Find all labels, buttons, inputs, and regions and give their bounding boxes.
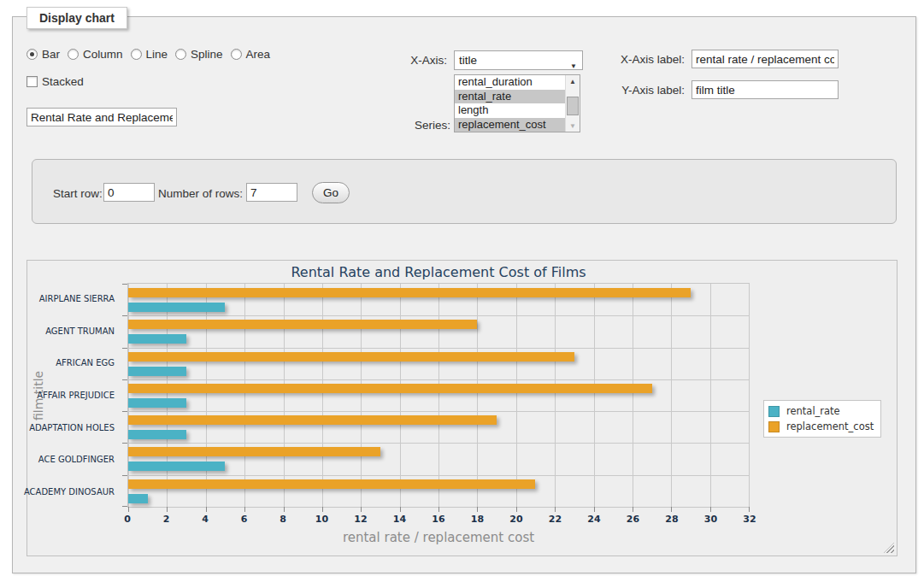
radio-icon[interactable] [175, 49, 186, 60]
x-tick-mark [633, 507, 633, 512]
chart-type-option-spline[interactable]: Spline [175, 48, 223, 61]
scrollbar-thumb[interactable] [567, 97, 579, 115]
y-tick-mark [122, 315, 127, 316]
series-option-length[interactable]: length [455, 103, 565, 118]
chart-type-option-label: Bar [42, 48, 60, 61]
radio-icon[interactable] [26, 49, 38, 60]
x-tick-labels: 02468101214161820222426283032 [127, 514, 750, 526]
chart-container: Rental Rate and Replacement Cost of Film… [26, 260, 898, 556]
x-tick-label: 24 [587, 514, 600, 525]
radio-icon[interactable] [231, 49, 242, 60]
legend-item: rental_rate [768, 405, 874, 417]
category-label: ACADEMY DINOSAUR [27, 475, 121, 508]
x-tick-mark [438, 507, 439, 512]
series-option-rental_rate[interactable]: rental_rate [455, 90, 565, 104]
x-tick-mark [477, 507, 478, 512]
category-band [128, 284, 749, 315]
category-label: ADAPTATION HOLES [27, 411, 121, 444]
chart-title-input[interactable] [26, 108, 177, 126]
legend-swatch-replacement_cost [768, 421, 780, 432]
x-tick-mark [594, 507, 595, 512]
chart-legend: rental_ratereplacement_cost [763, 400, 881, 438]
bar-rental_rate [128, 430, 186, 439]
y-tick-mark [122, 475, 127, 476]
chevron-down-icon: ▼ [570, 57, 577, 75]
category-label: AIRPLANE SIERRA [27, 283, 121, 315]
x-axis-select[interactable]: title ▼ [454, 50, 583, 70]
bar-rental_rate [128, 461, 225, 471]
stacked-option[interactable]: Stacked [26, 75, 84, 88]
chart-type-option-area[interactable]: Area [231, 48, 271, 61]
vertical-gridline [749, 284, 750, 507]
y-axis-label-label: Y-Axis label: [608, 84, 685, 97]
resize-handle-icon[interactable] [884, 543, 894, 553]
number-of-rows-label: Number of rows: [158, 187, 243, 200]
number-of-rows-input[interactable] [246, 183, 297, 202]
stacked-checkbox[interactable] [26, 76, 38, 87]
category-label: AFRICAN EGG [27, 347, 121, 379]
scrollbar-down-icon[interactable]: ▼ [566, 120, 580, 132]
category-band [128, 379, 749, 411]
series-option-rental_duration[interactable]: rental_duration [455, 75, 565, 90]
chart-type-option-column[interactable]: Column [68, 48, 123, 61]
stacked-label: Stacked [42, 75, 84, 88]
start-row-input[interactable] [103, 183, 155, 202]
chart-type-option-line[interactable]: Line [131, 48, 168, 61]
category-band [128, 443, 749, 474]
scrollbar-up-icon[interactable]: ▲ [566, 75, 580, 87]
bar-rental_rate [128, 367, 186, 376]
bar-replacement_cost [128, 320, 477, 329]
radio-icon[interactable] [68, 49, 79, 60]
bar-rental_rate [128, 334, 186, 344]
legend-label: replacement_cost [786, 420, 874, 432]
series-list-scrollbar[interactable]: ▲ ▼ [565, 75, 580, 132]
x-tick-label: 4 [202, 514, 209, 525]
series-option-replacement_cost[interactable]: replacement_cost [455, 118, 565, 132]
category-band [128, 348, 749, 379]
x-axis-label-label: X-Axis label: [608, 53, 685, 66]
x-tick-mark [555, 507, 556, 512]
series-listbox[interactable]: rental_durationrental_ratelengthreplacem… [454, 74, 580, 132]
x-tick-label: 10 [315, 514, 328, 525]
chart-type-option-label: Column [83, 48, 123, 61]
bar-replacement_cost [128, 288, 691, 297]
category-labels: AIRPLANE SIERRAAGENT TRUMANAFRICAN EGGAF… [27, 283, 121, 508]
chart-type-radiogroup: BarColumnLineSplineArea [26, 48, 270, 61]
x-tick-label: 0 [124, 514, 131, 525]
x-tick-label: 22 [549, 514, 562, 525]
bar-replacement_cost [128, 447, 380, 456]
bar-rental_rate [128, 303, 225, 312]
x-tick-label: 2 [163, 514, 170, 525]
x-tick-label: 20 [509, 514, 522, 525]
x-tick-label: 32 [743, 514, 756, 525]
x-axis-select-label: X-Axis: [372, 54, 447, 67]
x-tick-mark [206, 507, 207, 512]
x-axis-select-value: title [459, 54, 477, 67]
x-tick-mark [749, 507, 750, 512]
x-tick-mark [244, 507, 245, 512]
legend-swatch-rental_rate [768, 406, 780, 417]
x-tick-label: 26 [627, 514, 639, 525]
radio-icon[interactable] [131, 49, 142, 60]
bar-replacement_cost [128, 384, 652, 393]
y-tick-mark [122, 506, 127, 507]
x-tick-mark [516, 507, 517, 512]
series-listbox-options: rental_durationrental_ratelengthreplacem… [455, 75, 565, 132]
chart-type-option-label: Spline [191, 48, 223, 61]
x-tick-label: 6 [241, 514, 248, 525]
category-label: AGENT TRUMAN [27, 315, 121, 348]
x-axis-label-input[interactable] [692, 50, 839, 68]
y-axis-label-input[interactable] [692, 80, 839, 99]
x-tick-label: 28 [665, 514, 678, 525]
y-tick-mark [122, 284, 127, 285]
x-tick-mark [284, 507, 285, 512]
start-row-label: Start row: [53, 187, 103, 200]
chart-type-option-bar[interactable]: Bar [26, 48, 60, 61]
x-tick-mark [400, 507, 401, 512]
x-tick-label: 30 [704, 514, 717, 525]
chart-title: Rental Rate and Replacement Cost of Film… [127, 264, 750, 280]
x-tick-mark [167, 507, 168, 512]
go-button[interactable]: Go [312, 182, 350, 203]
y-tick-mark [122, 348, 127, 349]
x-tick-mark [322, 507, 323, 512]
